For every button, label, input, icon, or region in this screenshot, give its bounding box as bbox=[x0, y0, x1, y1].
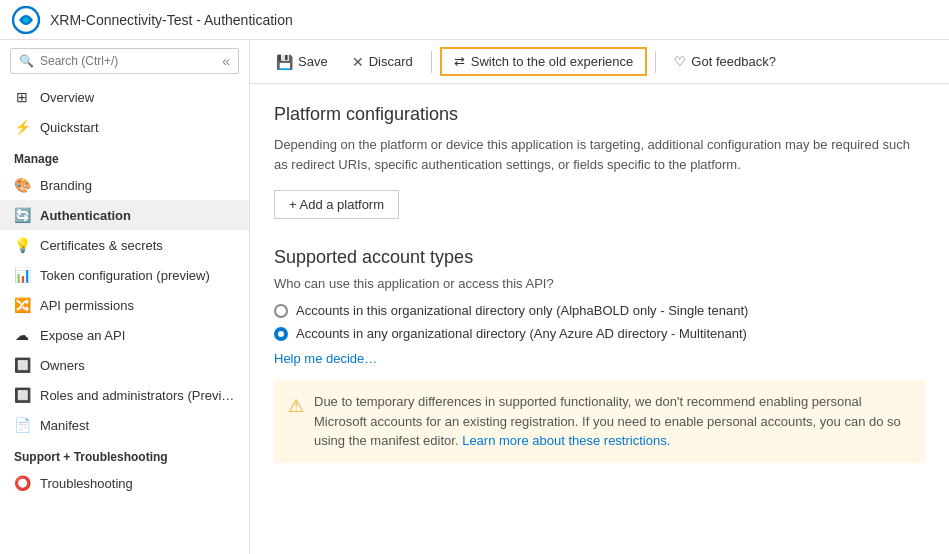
switch-icon: ⇄ bbox=[454, 54, 465, 69]
certificates-icon: 💡 bbox=[14, 237, 30, 253]
save-icon: 💾 bbox=[276, 54, 293, 70]
heart-icon: ♡ bbox=[674, 54, 686, 69]
discard-button[interactable]: ✕ Discard bbox=[342, 49, 423, 75]
toolbar-separator-2 bbox=[655, 51, 656, 73]
help-decide-link[interactable]: Help me decide… bbox=[274, 351, 925, 366]
sidebar-item-label: API permissions bbox=[40, 298, 134, 313]
radio-filled-icon bbox=[274, 327, 288, 341]
switch-experience-button[interactable]: ⇄ Switch to the old experience bbox=[440, 47, 648, 76]
sidebar-item-label: Owners bbox=[40, 358, 85, 373]
platform-section-title: Platform configurations bbox=[274, 104, 925, 125]
radio-label-multitenant: Accounts in any organizational directory… bbox=[296, 326, 747, 341]
discard-icon: ✕ bbox=[352, 54, 364, 70]
api-permissions-icon: 🔀 bbox=[14, 297, 30, 313]
expose-api-icon: ☁ bbox=[14, 327, 30, 343]
token-icon: 📊 bbox=[14, 267, 30, 283]
radio-empty-icon bbox=[274, 304, 288, 318]
add-platform-button[interactable]: + Add a platform bbox=[274, 190, 399, 219]
account-section-title: Supported account types bbox=[274, 247, 925, 268]
app-body: 🔍 « ⊞ Overview ⚡ Quickstart Manage 🎨 Bra… bbox=[0, 40, 949, 554]
sidebar-item-label: Troubleshooting bbox=[40, 476, 133, 491]
sidebar-item-label: Roles and administrators (Previ… bbox=[40, 388, 234, 403]
sidebar-item-troubleshooting[interactable]: ⭕ Troubleshooting bbox=[0, 468, 249, 498]
sidebar-item-token[interactable]: 📊 Token configuration (preview) bbox=[0, 260, 249, 290]
warning-learn-more-link[interactable]: Learn more about these restrictions. bbox=[462, 433, 670, 448]
radio-multitenant[interactable]: Accounts in any organizational directory… bbox=[274, 326, 925, 341]
search-icon: 🔍 bbox=[19, 54, 34, 68]
save-button[interactable]: 💾 Save bbox=[266, 49, 338, 75]
sidebar-item-label: Overview bbox=[40, 90, 94, 105]
search-input[interactable] bbox=[40, 54, 222, 68]
sidebar-item-label: Expose an API bbox=[40, 328, 125, 343]
sidebar-item-quickstart[interactable]: ⚡ Quickstart bbox=[0, 112, 249, 142]
sidebar-item-certificates[interactable]: 💡 Certificates & secrets bbox=[0, 230, 249, 260]
overview-icon: ⊞ bbox=[14, 89, 30, 105]
svg-point-1 bbox=[23, 17, 29, 23]
manage-section-label: Manage bbox=[0, 142, 249, 170]
sidebar-item-authentication[interactable]: 🔄 Authentication bbox=[0, 200, 249, 230]
warning-text: Due to temporary differences in supporte… bbox=[314, 392, 911, 451]
sidebar-item-label: Token configuration (preview) bbox=[40, 268, 210, 283]
sidebar-item-branding[interactable]: 🎨 Branding bbox=[0, 170, 249, 200]
sidebar-item-overview[interactable]: ⊞ Overview bbox=[0, 82, 249, 112]
sidebar-item-label: Manifest bbox=[40, 418, 89, 433]
quickstart-icon: ⚡ bbox=[14, 119, 30, 135]
radio-single-tenant[interactable]: Accounts in this organizational director… bbox=[274, 303, 925, 318]
title-bar: XRM-Connectivity-Test - Authentication bbox=[0, 0, 949, 40]
toolbar-separator bbox=[431, 51, 432, 73]
warning-icon: ⚠ bbox=[288, 393, 304, 451]
owners-icon: 🔲 bbox=[14, 357, 30, 373]
collapse-button[interactable]: « bbox=[222, 53, 230, 69]
support-section-label: Support + Troubleshooting bbox=[0, 440, 249, 468]
radio-label-single-tenant: Accounts in this organizational director… bbox=[296, 303, 748, 318]
sidebar-item-label: Branding bbox=[40, 178, 92, 193]
troubleshooting-icon: ⭕ bbox=[14, 475, 30, 491]
sidebar-item-label: Certificates & secrets bbox=[40, 238, 163, 253]
feedback-button[interactable]: ♡ Got feedback? bbox=[664, 49, 786, 74]
roles-icon: 🔲 bbox=[14, 387, 30, 403]
sidebar-item-label: Authentication bbox=[40, 208, 131, 223]
branding-icon: 🎨 bbox=[14, 177, 30, 193]
window-title: XRM-Connectivity-Test - Authentication bbox=[50, 12, 293, 28]
search-bar[interactable]: 🔍 « bbox=[10, 48, 239, 74]
sidebar-item-api-permissions[interactable]: 🔀 API permissions bbox=[0, 290, 249, 320]
sidebar-item-expose-api[interactable]: ☁ Expose an API bbox=[0, 320, 249, 350]
platform-section-description: Depending on the platform or device this… bbox=[274, 135, 925, 174]
sidebar-item-label: Quickstart bbox=[40, 120, 99, 135]
account-section-description: Who can use this application or access t… bbox=[274, 276, 925, 291]
content-area: 💾 Save ✕ Discard ⇄ Switch to the old exp… bbox=[250, 40, 949, 554]
app-logo bbox=[12, 6, 40, 34]
sidebar-item-owners[interactable]: 🔲 Owners bbox=[0, 350, 249, 380]
page-content: Platform configurations Depending on the… bbox=[250, 84, 949, 554]
sidebar-item-manifest[interactable]: 📄 Manifest bbox=[0, 410, 249, 440]
authentication-icon: 🔄 bbox=[14, 207, 30, 223]
manifest-icon: 📄 bbox=[14, 417, 30, 433]
toolbar: 💾 Save ✕ Discard ⇄ Switch to the old exp… bbox=[250, 40, 949, 84]
sidebar-item-roles[interactable]: 🔲 Roles and administrators (Previ… bbox=[0, 380, 249, 410]
warning-box: ⚠ Due to temporary differences in suppor… bbox=[274, 380, 925, 463]
sidebar: 🔍 « ⊞ Overview ⚡ Quickstart Manage 🎨 Bra… bbox=[0, 40, 250, 554]
